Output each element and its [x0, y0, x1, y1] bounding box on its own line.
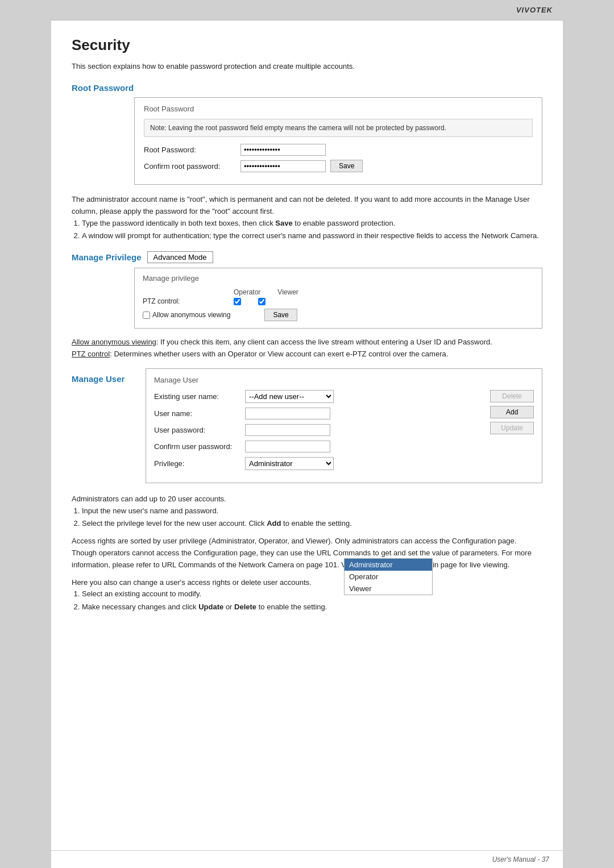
- viewer-col-header: Viewer: [277, 288, 298, 296]
- root-password-box: Root Password Note: Leaving the root pas…: [134, 97, 542, 185]
- ptz-operator-checkbox[interactable]: [234, 298, 241, 305]
- privilege-row: Privilege: Administrator Operator Viewer…: [154, 457, 483, 470]
- manage-user-box: Manage User Existing user name: --Add ne…: [146, 368, 542, 483]
- body-list-1: Type the password identically in both te…: [82, 218, 542, 243]
- ptz-checks: [234, 298, 265, 305]
- manage-user-section: Manage User Manage User Existing user na…: [72, 368, 542, 483]
- update-button[interactable]: Update: [490, 422, 534, 434]
- body-text-3: Access rights are sorted by user privile…: [72, 535, 542, 571]
- manage-user-heading: Manage User: [72, 368, 146, 483]
- footer-bar: User's Manual - 37: [51, 850, 563, 868]
- body-list-2-item-2: Select the privilege level for the new u…: [82, 518, 542, 530]
- root-password-note: Note: Leaving the root password field em…: [144, 119, 533, 137]
- body-text-1: The administrator account name is "root"…: [72, 194, 542, 242]
- root-password-save-button[interactable]: Save: [330, 160, 363, 172]
- existing-user-row: Existing user name: --Add new user--: [154, 390, 483, 403]
- anon-viewing-label[interactable]: Allow anonymous viewing: [143, 311, 230, 319]
- body-list-item-1-2: A window will prompt for authentication;…: [82, 230, 542, 242]
- add-button[interactable]: Add: [490, 406, 534, 418]
- anon-viewing-checkbox[interactable]: [143, 312, 150, 319]
- manage-user-form-area: Existing user name: --Add new user-- Use…: [154, 390, 534, 475]
- operator-col-header: Operator: [234, 288, 260, 296]
- manage-privilege-box-title: Manage privilege: [143, 274, 534, 283]
- root-password-heading: Root Password: [72, 83, 542, 93]
- page-title: Security: [72, 36, 542, 54]
- username-input[interactable]: [245, 408, 330, 420]
- privilege-col-headers: Operator Viewer: [234, 288, 534, 296]
- footer-text: User's Manual - 37: [492, 855, 549, 863]
- dropdown-item-operator[interactable]: Operator: [345, 571, 432, 583]
- anon-viewing-text: Allow anonymous viewing: [152, 311, 230, 319]
- body-text-4: Here you also can change a user's access…: [72, 577, 542, 589]
- existing-user-select[interactable]: --Add new user--: [245, 390, 334, 403]
- user-password-label: User password:: [154, 426, 245, 434]
- privilege-dropdown-container: Administrator Operator Viewer Administra…: [245, 457, 334, 470]
- user-password-input[interactable]: [245, 424, 330, 436]
- body-text-4-block: Here you also can change a user's access…: [72, 577, 542, 613]
- manage-user-form: Existing user name: --Add new user-- Use…: [154, 390, 483, 475]
- ptz-link: PTZ control: [72, 350, 110, 358]
- body-paragraph-1: The administrator account name is "root"…: [72, 194, 542, 218]
- root-password-label: Root Password:: [144, 146, 240, 154]
- page-wrapper: VIVOTEK Security This section explains h…: [51, 0, 563, 868]
- confirm-root-password-row: Confirm root password: Save: [144, 160, 533, 172]
- main-content: Security This section explains how to en…: [51, 20, 563, 642]
- ptz-label: PTZ control:: [143, 297, 234, 305]
- privilege-label: Privilege:: [154, 459, 245, 468]
- manage-user-box-title: Manage User: [154, 376, 534, 384]
- root-password-input[interactable]: [240, 144, 326, 156]
- ptz-viewer-checkbox[interactable]: [258, 298, 265, 305]
- manage-privilege-box: Manage privilege Operator Viewer PTZ con…: [134, 268, 542, 329]
- root-password-row: Root Password:: [144, 144, 533, 156]
- body-list-2: Input the new user's name and password. …: [82, 505, 542, 530]
- manage-privilege-header: Manage Privilege Advanced Mode: [72, 251, 542, 263]
- body-list-item-1-1: Type the password identically in both te…: [82, 218, 542, 230]
- ptz-description: PTZ control: Determines whether users wi…: [72, 348, 542, 360]
- intro-text: This section explains how to enable pass…: [72, 62, 542, 70]
- confirm-root-password-input[interactable]: [240, 160, 326, 172]
- body-list-4: Select an existing account to modify. Ma…: [82, 588, 542, 613]
- body-list-2-item-1: Input the new user's name and password.: [82, 505, 542, 517]
- dropdown-item-administrator[interactable]: Administrator: [345, 559, 432, 571]
- delete-button[interactable]: Delete: [490, 390, 534, 402]
- manage-privilege-heading: Manage Privilege: [72, 252, 142, 262]
- anon-ptz-text-block: Allow anonymous viewing: If you check th…: [72, 337, 542, 360]
- username-label: User name:: [154, 409, 245, 418]
- body-list-4-item-2: Make necessary changes and click Update …: [82, 601, 542, 613]
- manage-user-buttons: Delete Add Update: [490, 390, 534, 434]
- confirm-user-password-row: Confirm user password:: [154, 441, 483, 452]
- anon-viewing-link: Allow anonymous viewing: [72, 338, 156, 346]
- advanced-mode-button[interactable]: Advanced Mode: [147, 251, 213, 263]
- privilege-save-button[interactable]: Save: [264, 309, 297, 321]
- privilege-dropdown-open: Administrator Operator Viewer: [344, 558, 433, 595]
- confirm-user-password-label: Confirm user password:: [154, 442, 245, 451]
- dropdown-item-viewer[interactable]: Viewer: [345, 583, 432, 595]
- brand-name: VIVOTEK: [516, 6, 553, 14]
- existing-user-label: Existing user name:: [154, 392, 245, 401]
- privilege-select[interactable]: Administrator Operator Viewer: [245, 457, 334, 470]
- anon-save-row: Allow anonymous viewing Save: [143, 309, 534, 321]
- user-password-row: User password:: [154, 424, 483, 436]
- username-row: User name:: [154, 408, 483, 420]
- root-password-box-title: Root Password: [144, 105, 533, 113]
- confirm-user-password-input[interactable]: [245, 441, 330, 452]
- ptz-row: PTZ control:: [143, 297, 534, 305]
- anon-viewing-description: Allow anonymous viewing: If you check th…: [72, 337, 542, 348]
- body-text-2-block: Administrators can add up to 20 user acc…: [72, 493, 542, 530]
- top-bar: VIVOTEK: [51, 0, 563, 20]
- body-text-2: Administrators can add up to 20 user acc…: [72, 493, 542, 505]
- confirm-root-password-label: Confirm root password:: [144, 162, 240, 171]
- body-list-4-item-1: Select an existing account to modify.: [82, 588, 542, 600]
